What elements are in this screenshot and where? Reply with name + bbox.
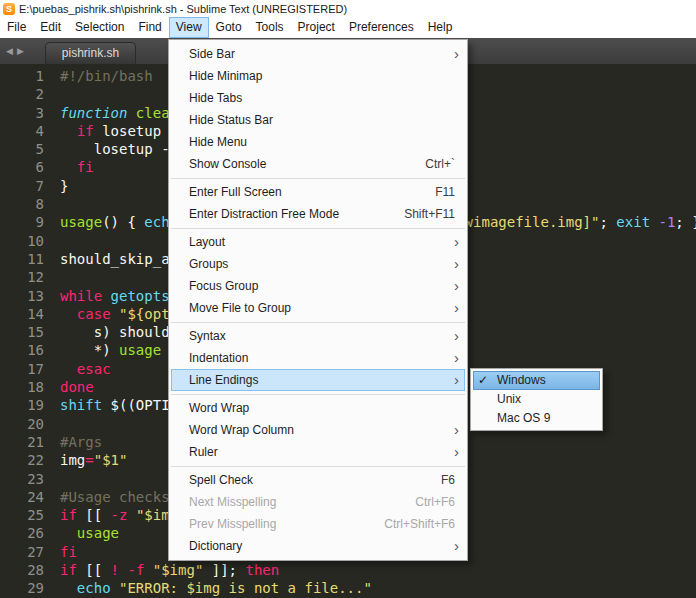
- menu-item-move-file-to-group[interactable]: Move File to Group›: [169, 297, 467, 319]
- menu-item-label: Hide Minimap: [189, 65, 455, 87]
- menu-item-word-wrap-column[interactable]: Word Wrap Column›: [169, 419, 467, 441]
- menu-item-hide-status-bar[interactable]: Hide Status Bar: [169, 109, 467, 131]
- menu-item-label: Spell Check: [189, 469, 441, 491]
- menu-item-prev-misspelling[interactable]: Prev MisspellingCtrl+Shift+F6: [169, 513, 467, 535]
- code-text: [50, 268, 60, 286]
- menu-item-word-wrap[interactable]: Word Wrap: [169, 397, 467, 419]
- tab-nav-arrows[interactable]: ◀▶: [0, 46, 31, 64]
- menu-item-enter-distraction-free-mode[interactable]: Enter Distraction Free ModeShift+F11: [169, 203, 467, 225]
- menu-item-hide-menu[interactable]: Hide Menu: [169, 131, 467, 153]
- menubar-item-edit[interactable]: Edit: [33, 17, 68, 38]
- menu-item-shortcut: Shift+F11: [404, 203, 455, 225]
- menu-item-label: Dictionary: [189, 535, 454, 557]
- menu-item-shortcut: Ctrl+`: [425, 153, 455, 175]
- menu-item-label: Focus Group: [189, 275, 454, 297]
- line-number: 11: [0, 250, 50, 268]
- submenu-item-unix[interactable]: Unix: [471, 390, 602, 409]
- menu-separator: [171, 228, 465, 229]
- code-text: esac: [50, 360, 111, 378]
- line-number: 29: [0, 579, 50, 597]
- line-number: 6: [0, 158, 50, 176]
- menu-item-label: Hide Menu: [189, 131, 455, 153]
- menu-item-side-bar[interactable]: Side Bar›: [169, 43, 467, 65]
- code-text: if [[ ! -f "$img" ]]; then: [50, 561, 279, 579]
- menu-item-indentation[interactable]: Indentation›: [169, 347, 467, 369]
- menu-item-label: Prev Misspelling: [189, 513, 384, 535]
- tab-pishrink[interactable]: pishrink.sh: [45, 42, 136, 64]
- menu-item-line-endings[interactable]: Line Endings›: [171, 369, 465, 391]
- menu-item-label: Hide Status Bar: [189, 109, 455, 131]
- menu-item-label: Indentation: [189, 347, 454, 369]
- checkmark-icon: ✓: [478, 371, 488, 390]
- submenu-arrow-icon: ›: [454, 297, 459, 319]
- submenu-arrow-icon: ›: [454, 43, 459, 65]
- titlebar: S E:\puebas_pishrik.sh\pishrink.sh - Sub…: [0, 0, 696, 17]
- sublime-logo-icon: S: [3, 3, 15, 15]
- menubar-item-help[interactable]: Help: [421, 17, 460, 38]
- line-number: 14: [0, 305, 50, 323]
- menu-item-hide-minimap[interactable]: Hide Minimap: [169, 65, 467, 87]
- menu-item-dictionary[interactable]: Dictionary›: [169, 535, 467, 557]
- submenu-item-mac-os-9[interactable]: Mac OS 9: [471, 409, 602, 428]
- submenu-item-windows[interactable]: ✓Windows: [473, 371, 600, 390]
- line-number: 4: [0, 122, 50, 140]
- menubar-item-preferences[interactable]: Preferences: [342, 17, 421, 38]
- view-menu: Side Bar›Hide MinimapHide TabsHide Statu…: [168, 39, 468, 561]
- line-number: 23: [0, 470, 50, 488]
- menu-item-shortcut: F6: [441, 469, 455, 491]
- submenu-arrow-icon: ›: [454, 347, 459, 369]
- menubar: FileEditSelectionFindViewGotoToolsProjec…: [0, 17, 696, 38]
- line-number: 2: [0, 85, 50, 103]
- menu-item-next-misspelling[interactable]: Next MisspellingCtrl+F6: [169, 491, 467, 513]
- menu-item-ruler[interactable]: Ruler›: [169, 441, 467, 463]
- submenu-arrow-icon: ›: [454, 419, 459, 441]
- menu-item-spell-check[interactable]: Spell CheckF6: [169, 469, 467, 491]
- code-line[interactable]: 29 echo "ERROR: $img is not a file...": [0, 579, 696, 597]
- submenu-arrow-icon: ›: [454, 441, 459, 463]
- submenu-arrow-icon: ›: [454, 325, 459, 347]
- line-endings-submenu: ✓WindowsUnixMac OS 9: [470, 368, 603, 431]
- tab-nav-right-icon[interactable]: ▶: [17, 46, 28, 56]
- menubar-item-selection[interactable]: Selection: [68, 17, 131, 38]
- menu-item-label: Word Wrap: [189, 397, 455, 419]
- menubar-item-tools[interactable]: Tools: [249, 17, 291, 38]
- code-text: img="$1": [50, 451, 127, 469]
- menubar-item-view[interactable]: View: [169, 17, 209, 38]
- submenu-item-label: Mac OS 9: [497, 411, 550, 425]
- line-number: 3: [0, 104, 50, 122]
- menu-item-label: Next Misspelling: [189, 491, 415, 513]
- line-number: 27: [0, 543, 50, 561]
- menu-item-syntax[interactable]: Syntax›: [169, 325, 467, 347]
- code-text: usage: [50, 524, 119, 542]
- menu-item-focus-group[interactable]: Focus Group›: [169, 275, 467, 297]
- code-text: fi: [50, 543, 77, 561]
- menubar-item-goto[interactable]: Goto: [209, 17, 249, 38]
- line-number: 26: [0, 524, 50, 542]
- menu-item-groups[interactable]: Groups›: [169, 253, 467, 275]
- tab-nav-left-icon[interactable]: ◀: [6, 46, 17, 56]
- code-text: #Usage checks: [50, 488, 170, 506]
- submenu-arrow-icon: ›: [454, 231, 459, 253]
- menu-item-label: Syntax: [189, 325, 454, 347]
- code-text: echo "ERROR: $img is not a file...": [50, 579, 372, 597]
- line-number: 5: [0, 140, 50, 158]
- menu-item-enter-full-screen[interactable]: Enter Full ScreenF11: [169, 181, 467, 203]
- menubar-item-file[interactable]: File: [0, 17, 33, 38]
- menu-item-show-console[interactable]: Show ConsoleCtrl+`: [169, 153, 467, 175]
- code-text: fi: [50, 158, 94, 176]
- line-number: 19: [0, 396, 50, 414]
- line-number: 24: [0, 488, 50, 506]
- menubar-item-find[interactable]: Find: [131, 17, 168, 38]
- code-text: *) usage ;;: [50, 341, 186, 359]
- menu-item-label: Ruler: [189, 441, 454, 463]
- line-number: 15: [0, 323, 50, 341]
- menu-item-label: Word Wrap Column: [189, 419, 454, 441]
- menu-item-layout[interactable]: Layout›: [169, 231, 467, 253]
- code-line[interactable]: 28if [[ ! -f "$img" ]]; then: [0, 561, 696, 579]
- menu-separator: [171, 466, 465, 467]
- line-number: 1: [0, 67, 50, 85]
- menubar-item-project[interactable]: Project: [291, 17, 342, 38]
- menu-item-hide-tabs[interactable]: Hide Tabs: [169, 87, 467, 109]
- code-text: [50, 232, 60, 250]
- submenu-item-label: Unix: [497, 392, 521, 406]
